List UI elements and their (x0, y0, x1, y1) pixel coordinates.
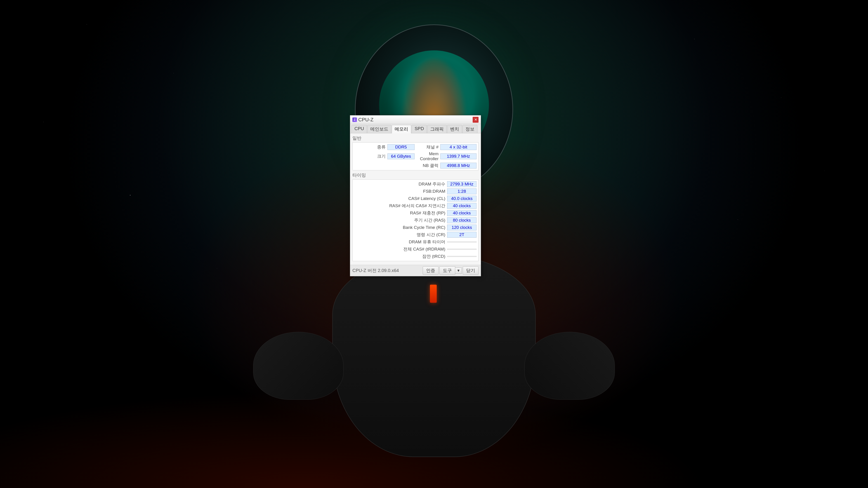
dram-idle-row: DRAM 유휴 타이머 (352, 238, 478, 246)
tab-spd[interactable]: SPD (412, 125, 427, 133)
tab-graphics[interactable]: 그래픽 (427, 125, 447, 133)
channel-label: 채널 # (416, 144, 440, 150)
cpuz-app-icon: Z (352, 118, 357, 122)
command-rate-value: 2T (447, 232, 476, 238)
command-rate-label: 명령 시간 (CR) (354, 232, 447, 238)
fsb-dram-value: 1:28 (447, 188, 476, 194)
general-row-2: 크기 64 GBytes Mem Controller 1399.7 MHz (352, 151, 478, 162)
cycle-time-value: 80 clocks (447, 217, 476, 223)
mem-controller-pair: Mem Controller 1399.7 MHz (416, 151, 476, 161)
dram-freq-row: DRAM 주파수 2799.3 MHz (352, 181, 478, 188)
dram-idle-label: DRAM 유휴 타이머 (354, 239, 447, 245)
version-text: CPU-Z 버전 2.09.0.x64 (352, 267, 399, 273)
nb-clock-spacer (354, 163, 414, 168)
size-label: 크기 (354, 153, 388, 159)
ras-cas-row: RAS# 에서의 CAS# 지연시간 40 clocks (352, 202, 478, 209)
tab-bench[interactable]: 벤치 (447, 125, 462, 133)
nb-clock-pair: NB 클럭 4998.8 MHz (416, 163, 476, 168)
cas-latency-label: CAS# Latency (CL) (354, 196, 447, 201)
close-button[interactable]: ✕ (473, 117, 478, 123)
mem-controller-label: Mem Controller (416, 151, 440, 161)
type-label: 종류 (354, 144, 388, 150)
tab-mainboard[interactable]: 메인보드 (367, 125, 391, 133)
suit-detail-red (430, 285, 437, 303)
tab-cpu[interactable]: CPU (351, 125, 367, 133)
timing-section-box: DRAM 주파수 2799.3 MHz FSB:DRAM 1:28 CAS# L… (352, 180, 478, 261)
dram-freq-label: DRAM 주파수 (354, 181, 447, 187)
channel-pair: 채널 # 4 x 32-bit (416, 144, 476, 150)
bank-cycle-row: Bank Cycle Time (RC) 120 clocks (352, 224, 478, 231)
tools-button[interactable]: 도구 (439, 266, 455, 275)
size-value: 64 GBytes (388, 153, 414, 159)
general-row-1: 종류 DDR5 채널 # 4 x 32-bit (352, 143, 478, 151)
tools-button-group: 도구 ▼ (439, 266, 462, 275)
right-arm (524, 332, 615, 400)
general-section-box: 종류 DDR5 채널 # 4 x 32-bit 크기 64 GBytes Mem… (352, 142, 478, 170)
tools-dropdown-arrow[interactable]: ▼ (455, 267, 462, 274)
dram-idle-value (447, 241, 476, 242)
footer-buttons: 인증 도구 ▼ 닫기 (423, 266, 478, 275)
title-left: Z CPU-Z (352, 117, 373, 123)
left-arm (253, 332, 344, 400)
bank-cycle-label: Bank Cycle Time (RC) (354, 225, 447, 230)
total-cas-row: 전체 CAS# (tRDRAM) (352, 246, 478, 253)
total-cas-label: 전체 CAS# (tRDRAM) (354, 246, 447, 252)
dram-freq-value: 2799.3 MHz (447, 181, 476, 187)
fsb-dram-label: FSB:DRAM (354, 189, 447, 194)
tab-info[interactable]: 정보 (463, 125, 477, 133)
ras-precharge-row: RAS# 재충전 (RP) 40 clocks (352, 209, 478, 217)
cycle-time-row: 주기 시간 (RAS) 80 clocks (352, 217, 478, 224)
fsb-dram-row: FSB:DRAM 1:28 (352, 188, 478, 195)
size-pair: 크기 64 GBytes (354, 151, 414, 161)
window-body: 일반 종류 DDR5 채널 # 4 x 32-bit 크기 64 GBytes (350, 133, 481, 265)
mem-controller-value: 1399.7 MHz (440, 153, 476, 159)
cas-latency-row: CAS# Latency (CL) 40.0 clocks (352, 195, 478, 202)
window-title: CPU-Z (358, 117, 373, 123)
validate-button[interactable]: 인증 (423, 266, 438, 275)
tab-bar: CPU 메인보드 메모리 SPD 그래픽 벤치 정보 (350, 124, 481, 133)
ras-cas-label: RAS# 에서의 CAS# 지연시간 (354, 203, 447, 209)
latency-row: 잠깐 (tRCD) (352, 253, 478, 260)
cycle-time-label: 주기 시간 (RAS) (354, 217, 447, 223)
ras-precharge-value: 40 clocks (447, 210, 476, 216)
general-section-header: 일반 (352, 135, 478, 141)
type-pair: 종류 DDR5 (354, 144, 414, 150)
cpuz-window: Z CPU-Z ✕ CPU 메인보드 메모리 SPD 그래픽 벤치 정보 일반 … (350, 115, 481, 276)
window-footer: CPU-Z 버전 2.09.0.x64 인증 도구 ▼ 닫기 (350, 265, 481, 276)
bank-cycle-value: 120 clocks (447, 225, 476, 230)
ras-precharge-label: RAS# 재충전 (RP) (354, 210, 447, 216)
nb-clock-value: 4998.8 MHz (440, 163, 476, 168)
close-footer-button[interactable]: 닫기 (463, 266, 478, 275)
latency-label: 잠깐 (tRCD) (354, 254, 447, 259)
command-rate-row: 명령 시간 (CR) 2T (352, 231, 478, 238)
latency-value (447, 256, 476, 257)
channel-value: 4 x 32-bit (440, 144, 476, 150)
suit-body (332, 254, 536, 457)
nb-clock-label: NB 클럭 (416, 163, 440, 168)
total-cas-value (447, 249, 476, 250)
ras-cas-value: 40 clocks (447, 203, 476, 209)
timing-section-header: 타이밍 (352, 172, 478, 178)
tab-memory[interactable]: 메모리 (392, 125, 411, 133)
cas-latency-value: 40.0 clocks (447, 196, 476, 201)
type-value: DDR5 (388, 144, 414, 150)
title-bar: Z CPU-Z ✕ (350, 116, 481, 124)
general-row-3: NB 클럭 4998.8 MHz (352, 162, 478, 169)
